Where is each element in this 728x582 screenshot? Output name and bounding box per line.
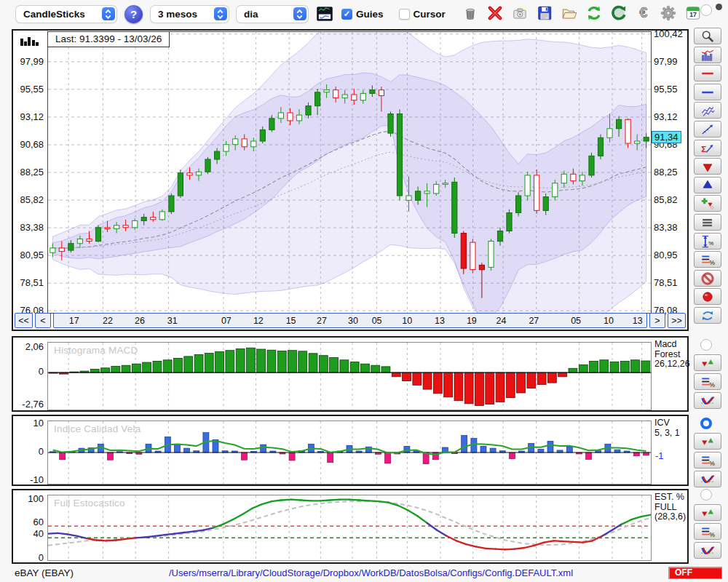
axis-tick: 80,95 — [654, 250, 678, 260]
nav-last-button[interactable]: >> — [668, 313, 686, 328]
gear-button[interactable] — [657, 3, 679, 25]
select-stepper-icon — [214, 7, 227, 20]
icv-params-label: ICV5, 3, 1 — [654, 418, 680, 438]
candlestick-plot[interactable]: Last: 91.3399 - 13/03/26 — [47, 31, 652, 314]
select-stepper-icon — [102, 7, 115, 20]
arrow-down-icon — [700, 159, 715, 174]
nav-prev-button[interactable]: < — [35, 313, 51, 328]
axis-tick: 88,25 — [20, 167, 44, 178]
axis-tick: 40 — [33, 528, 44, 539]
stochastic-plot[interactable]: Full Estocastico — [47, 495, 652, 561]
sum-trend-icon: Σ — [700, 141, 715, 156]
curve-button[interactable] — [694, 392, 721, 409]
percent-lines-button[interactable]: % — [694, 452, 721, 469]
axis-tick: 10 — [33, 418, 44, 428]
stochastic-chart — [48, 495, 651, 560]
percent-lines-icon: % — [700, 453, 715, 468]
axis-tick: -2,76 — [22, 399, 44, 410]
forbidden-icon — [700, 271, 715, 286]
date-axis[interactable]: 172226310712152730051013192427051013 — [53, 313, 647, 328]
icv-plot[interactable]: Indice Calidad Vela — [47, 420, 652, 485]
histogram-type-icon[interactable] — [20, 36, 39, 49]
status-bar: eBAY (EBAY) /Users/mserra/Library/CloudS… — [0, 564, 728, 582]
toolbar-icon-strip: €17 — [459, 3, 704, 25]
blue-line-button[interactable] — [694, 84, 721, 100]
date-label: 24 — [496, 316, 507, 326]
measure-button[interactable]: % — [694, 233, 721, 250]
panel-radio-stoch[interactable] — [700, 489, 712, 501]
axis-tick: 93,12 — [654, 111, 678, 122]
percent-lines-button[interactable]: % — [694, 251, 721, 268]
stochastic-panel: 10060400 Full Estocastico EST. %FULL(28,… — [12, 489, 689, 564]
panel-param-line: EST. % — [654, 493, 686, 503]
panel-radio-icv[interactable] — [700, 418, 712, 429]
candlestick-chart — [48, 32, 651, 313]
percent-lines-button[interactable]: % — [694, 373, 721, 390]
toolbar-radio[interactable] — [700, 4, 712, 16]
updown-button[interactable] — [694, 354, 721, 371]
help-button[interactable]: ? — [124, 5, 143, 23]
axis-tick: 97,99 — [654, 56, 678, 67]
channel-icon — [700, 103, 715, 118]
icv-panel: 100-10 Indice Calidad Vela ICV5, 3, 1 -1 — [12, 415, 689, 486]
sum-trend-button[interactable]: Σ — [694, 140, 721, 156]
rows-button[interactable] — [694, 214, 721, 231]
chart-type-value: CandleSticks — [23, 9, 85, 20]
updown-button[interactable] — [694, 504, 721, 521]
chart-settings-icon[interactable] — [316, 5, 333, 23]
chart-nav: << < 17222631071215273005101319242705101… — [15, 313, 686, 328]
arrow-down-button[interactable] — [694, 158, 721, 175]
record-button[interactable] — [694, 288, 721, 305]
chart-type-select[interactable]: CandleSticks — [16, 6, 116, 23]
gear-icon — [660, 4, 677, 22]
curve-button[interactable] — [694, 471, 721, 487]
signals-button[interactable] — [694, 195, 721, 212]
delete-button[interactable] — [484, 3, 506, 25]
sync-button[interactable] — [608, 3, 630, 25]
indicator-button[interactable] — [694, 47, 721, 63]
macd-plot[interactable]: Histograma MACD — [47, 342, 652, 410]
zoom-button[interactable] — [694, 28, 721, 44]
snapshot-button[interactable] — [509, 3, 531, 25]
euro-button[interactable]: € — [633, 3, 654, 25]
updown-button[interactable] — [694, 433, 721, 450]
guies-checkbox[interactable]: ✓ Guies — [341, 9, 384, 20]
axis-tick: 100 — [28, 493, 44, 504]
period-select[interactable]: 3 mesos — [151, 6, 229, 23]
percent-lines-icon: % — [700, 525, 715, 539]
axis-tick: 83,38 — [654, 222, 678, 233]
swap-button[interactable] — [694, 307, 721, 324]
trash-button[interactable] — [459, 3, 481, 25]
snapshot-icon — [511, 4, 529, 22]
curve-button[interactable] — [694, 542, 721, 559]
nav-next-button[interactable]: > — [649, 313, 665, 328]
timeframe-select[interactable]: dia — [237, 6, 308, 23]
axis-tick: 88,25 — [654, 167, 678, 178]
current-price-badge: 91,34 — [652, 131, 681, 143]
save-button[interactable] — [534, 3, 555, 25]
open-folder-button[interactable] — [558, 3, 580, 25]
date-label: 05 — [372, 316, 382, 326]
macd-title: Histograma MACD — [54, 345, 138, 356]
date-label: 26 — [135, 316, 145, 326]
refresh-icon — [585, 4, 603, 22]
axis-tick: 60 — [33, 517, 44, 527]
trendline-button[interactable] — [694, 121, 721, 137]
zoom-icon — [700, 29, 715, 44]
svg-text:€: € — [639, 4, 647, 20]
cursor-checkbox[interactable]: Cursor — [399, 9, 446, 20]
record-icon — [700, 290, 715, 304]
nav-first-button[interactable]: << — [15, 313, 33, 328]
tool-sidebar: Σ%%%%% — [690, 0, 728, 582]
percent-lines-icon: % — [700, 375, 715, 389]
axis-tick: 0 — [39, 366, 44, 377]
arrow-up-button[interactable] — [694, 177, 721, 194]
checkbox-checked-icon: ✓ — [341, 9, 352, 20]
panel-radio-macd[interactable] — [700, 339, 712, 351]
refresh-button[interactable] — [583, 3, 605, 25]
percent-lines-button[interactable]: % — [694, 523, 721, 540]
red-line-button[interactable] — [694, 65, 721, 81]
forbidden-button[interactable] — [694, 270, 721, 287]
channel-button[interactable] — [694, 102, 721, 119]
stochastic-axis: 10060400 — [13, 490, 47, 562]
